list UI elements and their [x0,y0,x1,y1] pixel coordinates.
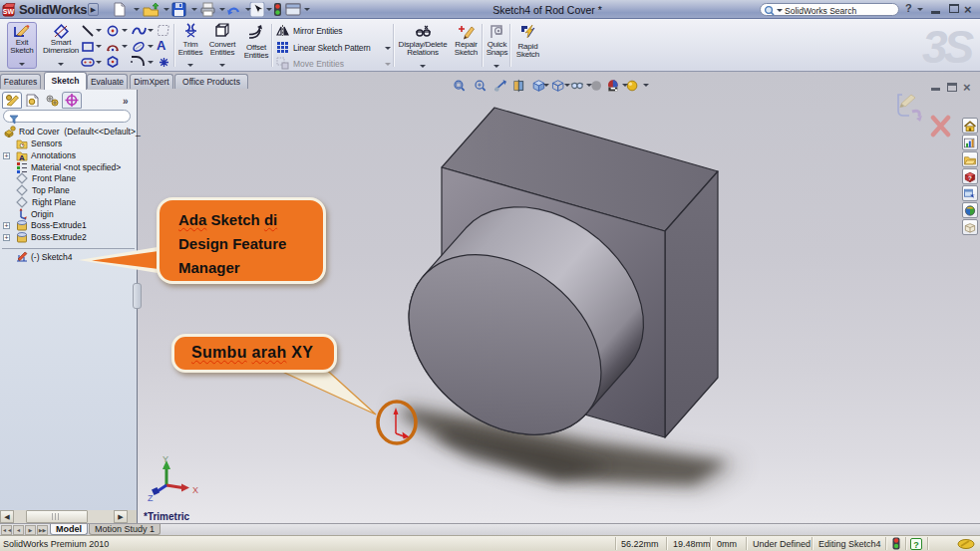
svg-text:?: ? [913,540,919,550]
svg-text:?: ? [968,174,972,181]
svg-text:A: A [19,153,25,162]
svg-text:SW: SW [3,8,15,15]
